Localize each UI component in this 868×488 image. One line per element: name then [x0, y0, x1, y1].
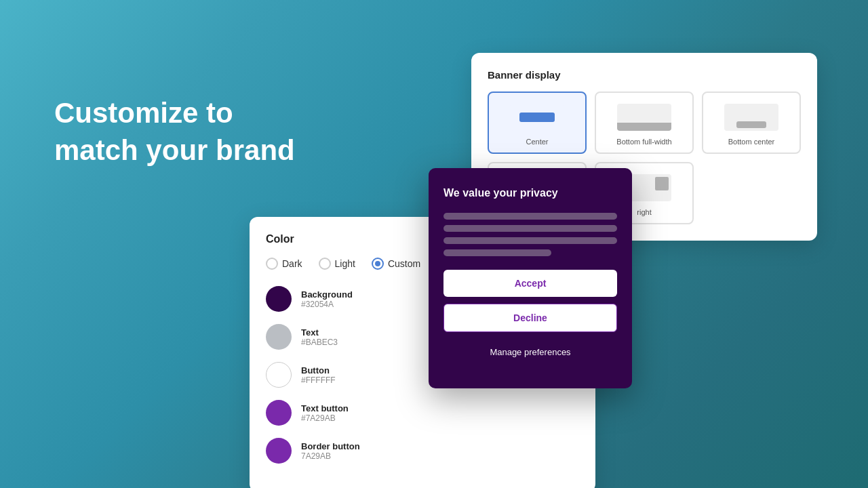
- color-hex-background: #32054A: [301, 300, 353, 309]
- preview-bottom-full-icon: [617, 104, 671, 131]
- color-name-background: Background: [301, 289, 353, 300]
- preview-bottom-center-icon: [724, 104, 778, 131]
- banner-option-top-right-label: right: [637, 208, 651, 216]
- banner-card-title: Banner display: [488, 69, 801, 81]
- swatch-background[interactable]: [266, 286, 292, 312]
- banner-option-empty: [702, 162, 801, 224]
- radio-light-circle: [319, 258, 331, 270]
- banner-options-row1: Center Bottom full-width Bottom center: [488, 92, 801, 154]
- swatch-border-button[interactable]: [266, 438, 292, 464]
- banner-option-center-label: Center: [526, 138, 548, 146]
- color-name-text: Text: [301, 327, 338, 338]
- privacy-text-lines: [443, 213, 617, 256]
- color-hex-text-button: #7A29AB: [301, 413, 349, 423]
- color-hex-border-button: 7A29AB: [301, 451, 360, 461]
- radio-custom-label: Custom: [388, 258, 420, 269]
- color-row-border-button: Border button 7A29AB: [266, 438, 579, 464]
- preview-center-bar: [519, 113, 555, 122]
- banner-option-bottom-full[interactable]: Bottom full-width: [595, 92, 694, 154]
- color-row-text-button: Text button #7A29AB: [266, 400, 579, 426]
- color-name-button: Button: [301, 365, 336, 375]
- preview-topright-sq: [655, 177, 669, 190]
- color-name-text-button: Text button: [301, 403, 349, 413]
- privacy-modal: We value your privacy Accept Decline Man…: [429, 168, 632, 388]
- radio-light-label: Light: [335, 258, 355, 269]
- text-line-2: [443, 225, 617, 232]
- text-line-4: [443, 249, 551, 256]
- preview-center-icon: [510, 104, 564, 131]
- decline-button[interactable]: Decline: [443, 304, 617, 332]
- radio-dark-circle: [266, 258, 278, 270]
- radio-light[interactable]: Light: [319, 258, 355, 270]
- radio-custom[interactable]: Custom: [372, 258, 420, 270]
- color-info-button: Button #FFFFFF: [301, 365, 336, 385]
- swatch-text[interactable]: [266, 324, 292, 350]
- banner-option-center[interactable]: Center: [488, 92, 587, 154]
- swatch-text-button[interactable]: [266, 400, 292, 426]
- radio-dark-label: Dark: [282, 258, 302, 269]
- banner-option-bottom-center[interactable]: Bottom center: [702, 92, 801, 154]
- privacy-title: We value your privacy: [443, 187, 617, 199]
- hero-line2: match your brand: [54, 132, 295, 169]
- color-info-border-button: Border button 7A29AB: [301, 441, 360, 461]
- accept-button[interactable]: Accept: [443, 270, 617, 297]
- color-info-background: Background #32054A: [301, 289, 353, 309]
- color-hex-button: #FFFFFF: [301, 375, 336, 385]
- manage-preferences-button[interactable]: Manage preferences: [443, 339, 617, 365]
- hero-line1: Customize to: [54, 95, 295, 132]
- radio-dark[interactable]: Dark: [266, 258, 302, 270]
- banner-option-bottom-full-label: Bottom full-width: [616, 138, 671, 146]
- banner-option-bottom-center-label: Bottom center: [728, 138, 774, 146]
- color-hex-text: #BABEC3: [301, 338, 338, 347]
- color-name-border-button: Border button: [301, 441, 360, 451]
- swatch-button[interactable]: [266, 362, 292, 388]
- text-line-3: [443, 237, 617, 244]
- color-info-text-button: Text button #7A29AB: [301, 403, 349, 423]
- radio-custom-circle: [372, 258, 384, 270]
- color-info-text: Text #BABEC3: [301, 327, 338, 347]
- text-line-1: [443, 213, 617, 220]
- preview-bottom-center-bar: [736, 121, 766, 128]
- hero-text: Customize to match your brand: [54, 95, 295, 169]
- preview-bottom-full-bar: [617, 123, 671, 131]
